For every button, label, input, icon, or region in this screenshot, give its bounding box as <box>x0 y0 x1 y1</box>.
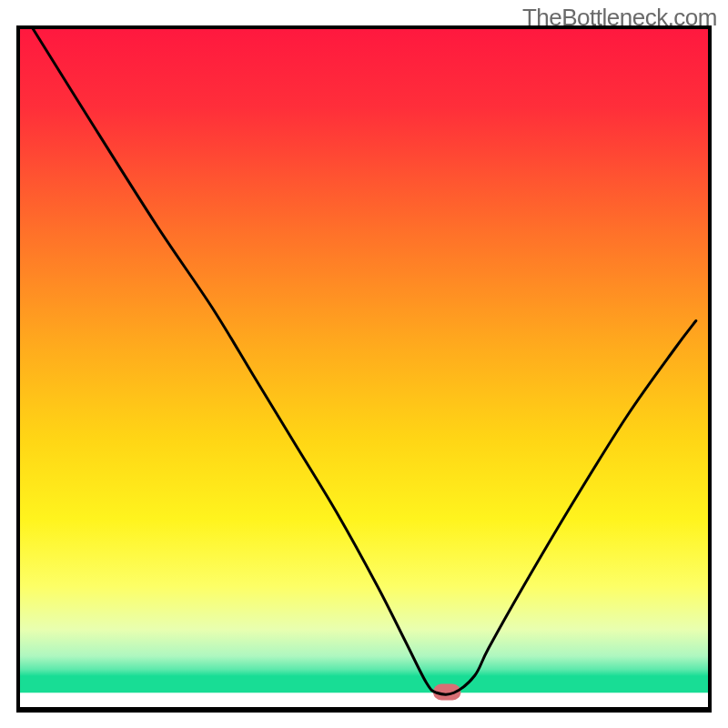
chart-svg <box>0 0 728 728</box>
watermark-text: TheBottleneck.com <box>522 4 717 32</box>
bottleneck-chart: TheBottleneck.com <box>0 0 728 728</box>
gradient-background <box>18 27 710 693</box>
